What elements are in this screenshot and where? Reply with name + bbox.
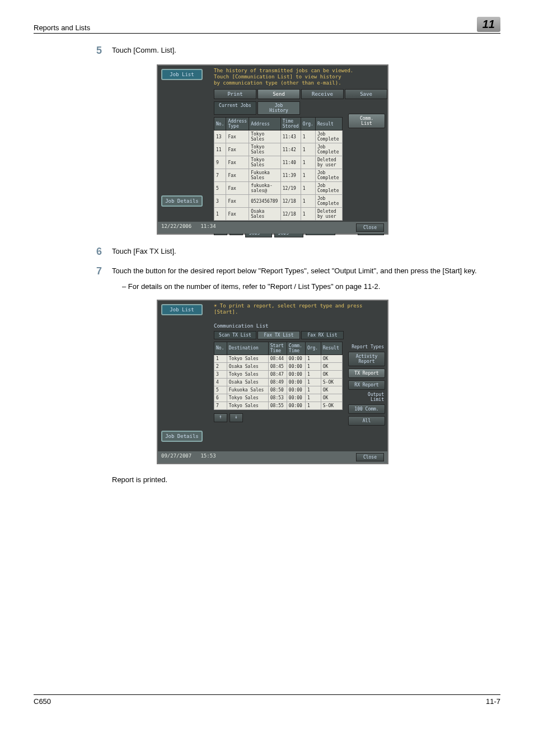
col-no[interactable]: No.	[214, 342, 227, 354]
final-text: Report is printed.	[112, 475, 500, 484]
col-atype[interactable]: Address Type	[226, 118, 249, 130]
job-history-tab[interactable]: Job History	[257, 101, 300, 115]
scroll-up-icon[interactable]: ↑	[214, 413, 227, 422]
table-row[interactable]: 2Osaka Sales08:4500:001OK	[214, 362, 343, 370]
table-row[interactable]: 5Fukuoka Sales08:5000:001OK	[214, 386, 343, 394]
status-time: 15:53	[200, 453, 216, 459]
mode-save[interactable]: Save	[345, 89, 387, 99]
100-comm-button[interactable]: 100 Comm.	[348, 404, 385, 414]
mode-receive[interactable]: Receive	[301, 89, 344, 99]
job-list-tab[interactable]: Job List	[161, 304, 203, 315]
activity-report-button[interactable]: Activity Report	[348, 352, 385, 366]
job-history-table: No. Address Type Address Time Stored Org…	[214, 117, 343, 221]
table-row[interactable]: 3Tokyo Sales08:4700:001OK	[214, 370, 343, 378]
job-list-panel-1: Job List Job Details The history of tran…	[157, 64, 388, 235]
col-org[interactable]: Org.	[301, 118, 315, 130]
col-addr[interactable]: Address	[249, 118, 281, 130]
col-comm[interactable]: Comm. Time	[287, 342, 305, 354]
tx-report-button[interactable]: TX Report	[348, 368, 385, 378]
job-details-tab[interactable]: Job Details	[161, 195, 203, 207]
all-button[interactable]: All	[348, 416, 385, 426]
close-button[interactable]: Close	[356, 223, 384, 232]
mode-print[interactable]: Print	[214, 89, 256, 99]
footer-model: C650	[34, 697, 51, 706]
communication-list-label: Communication List	[214, 323, 387, 329]
step-5-number: 5	[90, 45, 102, 57]
col-res[interactable]: Result	[321, 342, 342, 354]
col-org[interactable]: Org.	[305, 342, 321, 354]
fax-rx-list-tab[interactable]: Fax RX List	[301, 331, 344, 339]
chapter-number: 11	[477, 17, 500, 32]
panel2-hint: ☀ To print a report, select report type …	[214, 301, 387, 319]
step-5-text: Touch [Comm. List].	[112, 45, 500, 57]
scroll-down-icon[interactable]: ↓	[229, 413, 243, 422]
header-title: Reports and Lists	[34, 24, 90, 32]
table-row[interactable]: 11FaxTokyo Sales11:421Job Complete	[214, 143, 343, 156]
rx-report-button[interactable]: RX Report	[348, 380, 385, 390]
current-jobs-tab[interactable]: Current Jobs	[214, 101, 256, 115]
mode-send[interactable]: Send	[257, 89, 300, 99]
table-row[interactable]: 13FaxTokyo Sales11:431Job Complete	[214, 130, 343, 143]
fax-tx-table: No. Destination Start Time Comm. Time Or…	[214, 342, 343, 410]
job-details-tab[interactable]: Job Details	[161, 431, 203, 442]
close-button[interactable]: Close	[356, 453, 384, 461]
output-limit-label: Output Limit	[348, 392, 385, 402]
col-dest[interactable]: Destination	[227, 342, 268, 354]
col-tstore[interactable]: Time Stored	[280, 118, 301, 130]
col-result[interactable]: Result	[315, 118, 342, 130]
col-no[interactable]: No.	[214, 118, 226, 130]
table-row[interactable]: 7Tokyo Sales08:5500:001S-OK	[214, 402, 343, 409]
table-row[interactable]: 5Faxfukuoka-sales@12/191Job Complete	[214, 182, 343, 195]
job-list-panel-2: Job List Job Details ☀ To print a report…	[157, 300, 388, 464]
status-date: 12/22/2006	[161, 223, 191, 229]
table-row[interactable]: 9FaxTokyo Sales11:401Deleted by user	[214, 156, 343, 169]
table-row[interactable]: 6Tokyo Sales08:5300:001OK	[214, 394, 343, 402]
table-row[interactable]: 4Osaka Sales08:4900:001S-OK	[214, 378, 343, 386]
step-7-text: Touch the button for the desired report …	[112, 267, 477, 275]
footer-page: 11-7	[486, 697, 500, 706]
table-row[interactable]: 7FaxFukuoka Sales11:391Job Complete	[214, 169, 343, 182]
status-time: 11:34	[200, 223, 216, 229]
fax-tx-list-tab[interactable]: Fax TX List	[257, 331, 300, 339]
panel1-hint: The history of transmitted jobs can be v…	[214, 66, 387, 89]
report-types-label: Report Types	[348, 344, 385, 349]
comm-list-button[interactable]: Comm. List	[348, 114, 385, 128]
step-6-number: 6	[90, 246, 102, 258]
status-date: 09/27/2007	[161, 453, 191, 459]
job-list-tab[interactable]: Job List	[161, 69, 203, 80]
scan-tx-list-tab[interactable]: Scan TX List	[214, 331, 256, 339]
table-row[interactable]: 1FaxOsaka Sales12/181Deleted by user	[214, 208, 343, 221]
table-row[interactable]: 1Tokyo Sales08:4400:001OK	[214, 354, 343, 362]
table-row[interactable]: 3Fax052345678912/181Job Complete	[214, 195, 343, 208]
step-6-text: Touch [Fax TX List].	[112, 246, 500, 258]
col-start[interactable]: Start Time	[268, 342, 287, 354]
step-7-number: 7	[90, 265, 102, 292]
step-7-sub: For details on the number of items, refe…	[122, 281, 500, 292]
